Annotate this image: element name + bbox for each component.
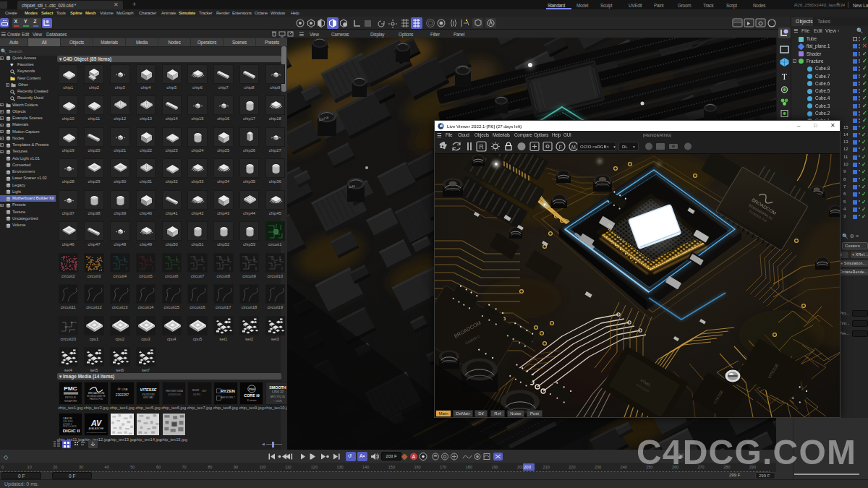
svg-text:X-series: X-series	[247, 398, 256, 401]
svg-text:4CN0539 009: 4CN0539 009	[168, 393, 181, 395]
svg-text:BROADCOM: BROADCOM	[88, 391, 104, 394]
svg-text:R: R	[479, 143, 484, 150]
svg-text:VSC8221RX: VSC8221RX	[142, 393, 154, 395]
svg-text:AVALANCHE: AVALANCHE	[89, 427, 105, 430]
svg-text:8107F: 8107F	[192, 389, 199, 392]
svg-text:FB0931 P30: FB0931 P30	[90, 398, 103, 401]
svg-text:3437PG: 3437PG	[193, 393, 200, 395]
svg-text:SMOOTH: SMOOTH	[269, 385, 286, 390]
svg-text:M: M	[571, 145, 576, 150]
svg-text:F: F	[559, 145, 562, 150]
svg-text:MICROELECTRONICS: MICROELECTRONICS	[87, 432, 106, 434]
svg-text:CANON: CANON	[62, 417, 72, 420]
svg-text:◎: ◎	[117, 387, 120, 390]
svg-text:AMD RYZEN 7: AMD RYZEN 7	[221, 396, 235, 399]
svg-text:T: T	[782, 72, 788, 82]
svg-text:CORE i9: CORE i9	[244, 393, 259, 398]
svg-text:RYZEN: RYZEN	[221, 389, 235, 393]
svg-text:HW57949 V033A: HW57949 V033A	[166, 390, 183, 393]
svg-text:□ GDN: □ GDN	[273, 399, 282, 402]
svg-text:0452 UAV: 0452 UAV	[143, 396, 153, 399]
svg-text:2302357: 2302357	[116, 393, 129, 397]
svg-text:A: A	[412, 454, 416, 459]
svg-text:BCM56314B1TB: BCM56314B1TB	[88, 395, 106, 398]
svg-text:DIGIC II: DIGIC II	[62, 428, 80, 433]
svg-text:L7D1 22: L7D1 22	[272, 390, 284, 393]
svg-text:VITESSE: VITESSE	[140, 388, 156, 392]
svg-text:MY5 7TQ 55: MY5 7TQ 55	[270, 395, 284, 398]
svg-text:SINGAPORE: SINGAPORE	[64, 399, 77, 402]
svg-text:AV: AV	[90, 419, 102, 427]
svg-text:intel: intel	[248, 387, 255, 390]
svg-text:PM7326-BI: PM7326-BI	[65, 396, 76, 399]
svg-text:LITAI: LITAI	[122, 388, 127, 391]
svg-text:iW2•: iW2•	[203, 390, 207, 393]
svg-text:PMC: PMC	[64, 385, 77, 392]
